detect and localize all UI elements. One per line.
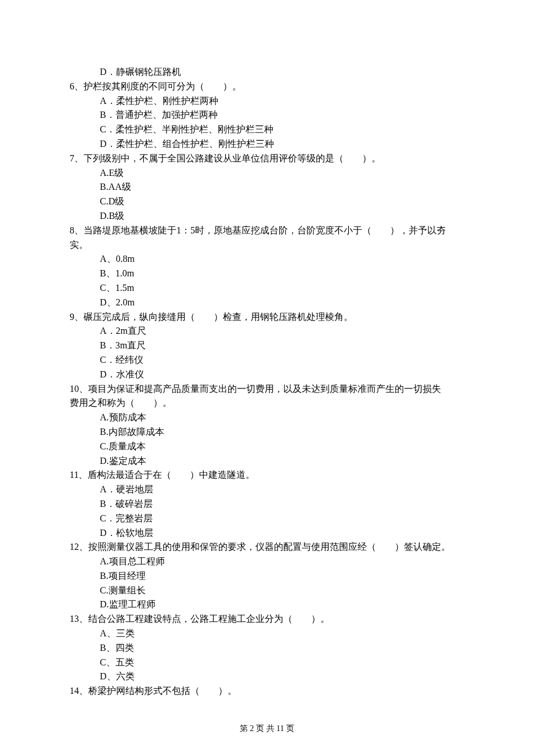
q10-option-a: A.预防成本: [70, 411, 464, 425]
q6-stem: 6、护栏按其刚度的不同可分为（ ）。: [70, 80, 464, 94]
q8-option-a: A、0.8m: [70, 252, 464, 267]
q10-stem-line1: 10、项目为保证和提高产品质量而支出的一切费用，以及未达到质量标准而产生的一切损…: [70, 382, 464, 397]
q13-option-d: D、六类: [70, 669, 464, 684]
q11-option-d: D．松软地层: [70, 526, 464, 541]
q6-option-c: C．柔性护栏、半刚性护栏、刚性护栏三种: [70, 123, 464, 137]
q8-stem-line1: 8、当路堤原地基横坡陡于1：5时，原地基应挖成台阶，台阶宽度不小于（ ），并予以…: [70, 224, 464, 238]
q13-option-c: C、五类: [70, 656, 464, 670]
q7-option-c: C.D级: [70, 195, 464, 209]
q10-option-b: B.内部故障成本: [70, 425, 464, 440]
q8-stem-line2: 实。: [70, 238, 464, 253]
q12-option-d: D.监理工程师: [70, 597, 464, 612]
q9-option-c: C．经纬仪: [70, 353, 464, 368]
q10-option-d: D.鉴定成本: [70, 454, 464, 469]
q12-option-c: C.测量组长: [70, 584, 464, 598]
q7-option-b: B.AA级: [70, 180, 464, 195]
q13-stem: 13、结合公路工程建设特点，公路工程施工企业分为（ ）。: [70, 612, 464, 627]
q6-option-a: A．柔性护栏、刚性护栏两种: [70, 94, 464, 109]
q13-option-a: A、三类: [70, 627, 464, 641]
q10-option-c: C.质量成本: [70, 440, 464, 454]
q11-option-b: B．破碎岩层: [70, 497, 464, 512]
q6-option-b: B．普通护栏、加强护栏两种: [70, 108, 464, 123]
q9-stem: 9、碾压完成后，纵向接缝用（ ）检查，用钢轮压路机处理棱角。: [70, 310, 464, 325]
q9-option-b: B．3m直尺: [70, 339, 464, 353]
q8-option-d: D、2.0m: [70, 296, 464, 310]
q10-stem-line2: 费用之和称为（ ）。: [70, 396, 464, 411]
q6-option-d: D．柔性护栏、组合性护栏、刚性护栏三种: [70, 137, 464, 152]
q11-option-a: A．硬岩地层: [70, 483, 464, 497]
q14-stem: 14、桥梁护网结构形式不包括（ ）。: [70, 684, 464, 699]
page-footer: 第 2 页 共 11 页: [0, 722, 534, 735]
q9-option-d: D．水准仪: [70, 368, 464, 382]
q12-stem: 12、按照测量仪器工具的使用和保管的要求，仪器的配置与使用范围应经（ ）签认确定…: [70, 540, 464, 555]
q7-stem: 7、下列级别中，不属于全国公路建设从业单位信用评价等级的是（ ）。: [70, 152, 464, 166]
q8-option-c: C、1.5m: [70, 281, 464, 296]
q7-option-a: A.E级: [70, 166, 464, 181]
q11-stem: 11、盾构法最适合于在（ ）中建造隧道。: [70, 468, 464, 483]
q12-option-a: A.项目总工程师: [70, 555, 464, 569]
page: D．静碾钢轮压路机 6、护栏按其刚度的不同可分为（ ）。 A．柔性护栏、刚性护栏…: [0, 0, 534, 756]
q7-option-d: D.B级: [70, 209, 464, 224]
q12-option-b: B.项目经理: [70, 569, 464, 584]
q5-option-d: D．静碾钢轮压路机: [70, 65, 464, 80]
q8-option-b: B、1.0m: [70, 267, 464, 281]
q13-option-b: B、四类: [70, 641, 464, 656]
q11-option-c: C．完整岩层: [70, 512, 464, 526]
q9-option-a: A．2m直尺: [70, 324, 464, 339]
